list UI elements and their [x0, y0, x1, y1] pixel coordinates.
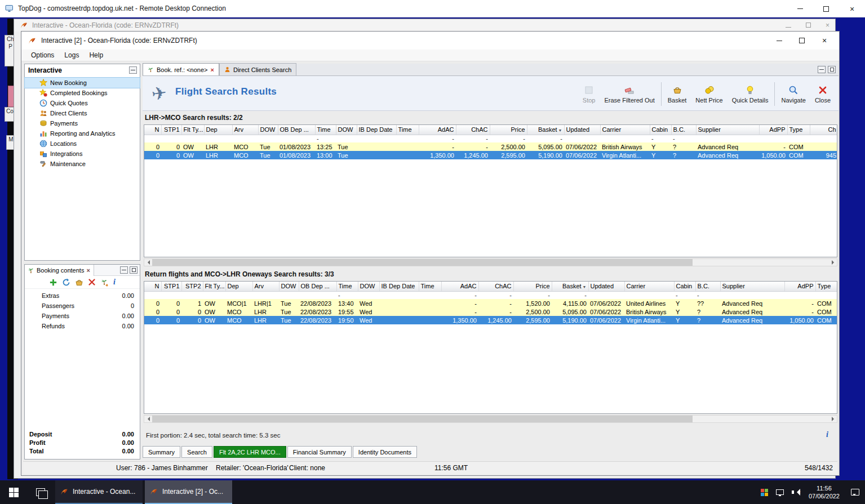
start-button[interactable] [0, 480, 27, 504]
filter-row[interactable]: ------- [144, 291, 837, 299]
column-header[interactable]: Dep [204, 125, 232, 135]
column-header[interactable]: N [144, 125, 161, 135]
action-center-icon[interactable] [851, 489, 859, 496]
taskbar-app-interactive-2[interactable]: Interactive [2] - Oc... [145, 480, 232, 504]
tab-direct-clients-search[interactable]: Direct Clients Search [219, 63, 296, 75]
booking-info-icon[interactable]: i [113, 278, 116, 286]
tab-financial-summary[interactable]: Financial Summary [287, 446, 352, 458]
scroll-right-arrow[interactable] [829, 416, 837, 422]
column-header[interactable]: Type [815, 282, 837, 291]
column-header[interactable]: Time [336, 282, 358, 291]
stop-button[interactable]: Stop [578, 84, 600, 105]
taskbar-app-interactive-1[interactable]: Interactive - Ocean... [55, 480, 143, 504]
column-header[interactable]: Arv [252, 282, 279, 291]
booking-minimize-button[interactable] [120, 266, 128, 274]
sidebar-item-integrations[interactable]: Integrations [25, 149, 140, 159]
outbound-hscrollbar[interactable] [144, 258, 837, 266]
booking-restore-button[interactable] [130, 266, 137, 274]
sidebar-item-completed-bookings[interactable]: Completed Bookings [25, 88, 140, 98]
column-header[interactable]: IB Dep Date [357, 125, 396, 135]
rdp-minimize-button[interactable] [787, 0, 813, 17]
column-header[interactable]: STP1 [161, 125, 181, 135]
column-header[interactable]: B.C. [671, 125, 696, 135]
column-header[interactable]: ChAC [478, 282, 513, 291]
sidebar-item-maintenance[interactable]: Maintenance [25, 159, 140, 169]
bg-close-button[interactable]: × [826, 21, 829, 29]
tab-search[interactable]: Search [181, 446, 212, 458]
column-header[interactable]: Supplier [696, 125, 759, 135]
column-header[interactable]: Dep [225, 282, 252, 291]
booking-row-payments[interactable]: Payments 0.00 [25, 311, 140, 321]
column-header[interactable]: DOW [279, 282, 299, 291]
quick-details-button[interactable]: Quick Details [728, 84, 773, 105]
window-close-button[interactable]: × [813, 32, 836, 50]
nett-price-button[interactable]: Nett Price [691, 84, 727, 105]
sidebar-item-quick-quotes[interactable]: Quick Quotes [25, 98, 140, 108]
column-header[interactable]: Basket▼ [552, 282, 588, 291]
sidebar-item-new-booking[interactable]: New Booking [25, 78, 140, 88]
results-info-icon[interactable]: i [826, 431, 828, 439]
column-header[interactable]: Basket▼ [527, 125, 564, 135]
export-booking-button[interactable] [100, 278, 109, 287]
tray-muted-speaker-icon[interactable]: × [792, 489, 801, 496]
column-header[interactable]: ChAC [456, 125, 490, 135]
booking-row-passengers[interactable]: Passengers 0 [25, 301, 140, 311]
panel-collapse-button[interactable] [129, 66, 137, 74]
scroll-left-arrow[interactable] [144, 416, 152, 422]
column-header[interactable]: Time [315, 125, 336, 135]
filter-row[interactable]: ------- [144, 135, 837, 142]
tray-network-icon[interactable] [776, 489, 784, 495]
column-header[interactable]: Time [396, 125, 419, 135]
column-header[interactable]: Price [513, 282, 552, 291]
result-row[interactable]: 000OWMCOLHRTue22/08/202319:55Wed--2,500.… [144, 307, 837, 316]
column-header[interactable]: STP1 [161, 282, 181, 291]
booking-contents-tab[interactable]: Booking contents × [25, 265, 94, 276]
result-row[interactable]: 001OWMCO|1LHR|1Tue22/08/202313:40Wed--1,… [144, 299, 837, 307]
column-header[interactable]: Carrier [600, 125, 650, 135]
booking-row-refunds[interactable]: Refunds 0.00 [25, 321, 140, 331]
column-header[interactable]: Updated [564, 125, 600, 135]
column-header[interactable]: N [144, 282, 161, 291]
navigate-button[interactable]: Navigate [777, 84, 810, 105]
task-view-button[interactable] [27, 480, 54, 504]
column-header[interactable]: AdPP [784, 282, 815, 291]
return-hscrollbar[interactable] [144, 415, 837, 423]
scroll-thumb[interactable] [152, 259, 693, 266]
column-header[interactable]: OB Dep ... [299, 282, 336, 291]
column-header[interactable]: Flt Ty... [203, 282, 225, 291]
refresh-button[interactable] [62, 278, 70, 287]
move-to-basket-button[interactable] [75, 278, 83, 287]
booking-row-extras[interactable]: Extras 0.00 [25, 291, 140, 301]
tab-booking-ref[interactable]: Book. ref.: <none> × [143, 63, 219, 75]
result-row[interactable]: 00OWLHRMCOTue01/08/202313:00Tue1,350.001… [144, 151, 837, 159]
column-header[interactable]: Flt Ty... [181, 125, 204, 135]
erase-filtered-out-button[interactable]: Erase Filtered Out [600, 84, 659, 105]
column-header[interactable]: DOW [336, 125, 357, 135]
column-header[interactable]: Arv [232, 125, 258, 135]
sidebar-item-locations[interactable]: Locations [25, 139, 140, 149]
window-maximize-button[interactable] [791, 32, 813, 50]
taskbar-clock[interactable]: 11:56 07/06/2022 [809, 484, 840, 500]
column-header[interactable]: Ch [810, 125, 837, 135]
column-header[interactable]: Cabin [650, 125, 671, 135]
column-header[interactable]: Cabin [674, 282, 695, 291]
menu-help[interactable]: Help [84, 50, 108, 60]
result-row[interactable]: 000OWMCOLHRTue22/08/202319:50Wed1,350.00… [144, 316, 837, 324]
close-results-button[interactable]: Close [810, 84, 835, 105]
column-header[interactable]: AdAC [419, 125, 456, 135]
column-header[interactable]: Type [787, 125, 810, 135]
column-header[interactable]: DOW [258, 125, 278, 135]
column-header[interactable]: DOW [358, 282, 379, 291]
menu-options[interactable]: Options [26, 50, 59, 60]
tab-close-icon[interactable]: × [211, 66, 214, 73]
menu-logs[interactable]: Logs [59, 50, 84, 60]
bg-minimize-button[interactable] [786, 21, 791, 29]
rdp-maximize-button[interactable] [813, 0, 839, 17]
sidebar-item-reporting[interactable]: Reporting and Analytics [25, 128, 140, 139]
tray-color-logo-icon[interactable] [761, 489, 768, 496]
column-header[interactable]: AdAC [441, 282, 478, 291]
rdp-close-button[interactable]: × [839, 0, 865, 17]
scroll-thumb[interactable] [152, 416, 693, 422]
tab-flight-selection[interactable]: Flt 2A,2C LHR MCO... [214, 446, 286, 458]
column-header[interactable]: Carrier [624, 282, 674, 291]
